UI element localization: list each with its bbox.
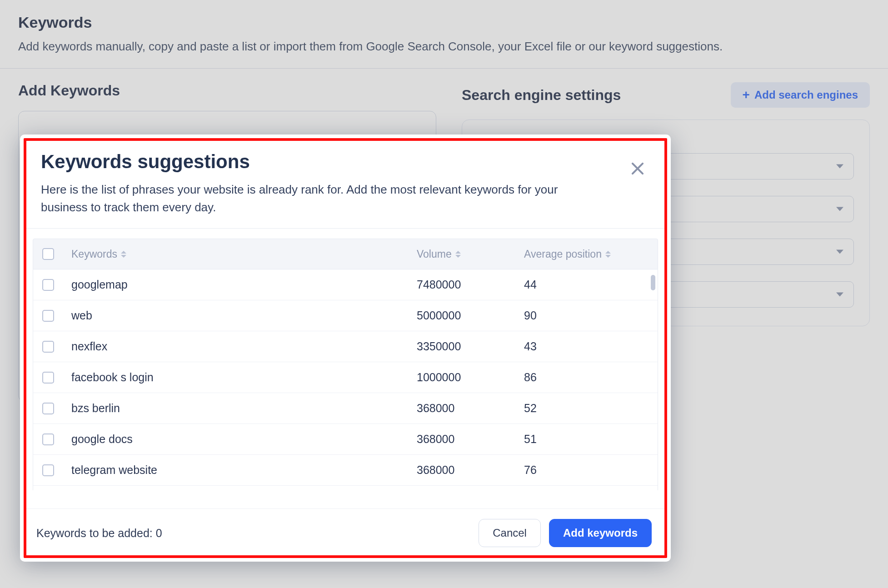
- add-keywords-heading: Add Keywords: [18, 82, 120, 99]
- modal-footer: Keywords to be added: 0 Cancel Add keywo…: [26, 508, 664, 555]
- row-checkbox[interactable]: [42, 464, 54, 476]
- cell-avg-position: 90: [524, 309, 649, 322]
- table-header: Keywords Volume Average position: [33, 239, 658, 269]
- table-row: nexflex335000043: [33, 331, 658, 362]
- plus-icon: +: [743, 89, 750, 101]
- column-keywords-label: Keywords: [71, 248, 117, 260]
- cell-keyword: google docs: [71, 433, 417, 446]
- sort-icon: [455, 251, 461, 258]
- to-be-added-label: Keywords to be added:: [36, 527, 156, 539]
- cell-keyword: facebook s login: [71, 371, 417, 384]
- suggestions-table: Keywords Volume Average position googlem…: [26, 239, 664, 508]
- cell-volume: 7480000: [417, 278, 524, 291]
- cell-keyword: web: [71, 309, 417, 322]
- close-icon[interactable]: [629, 160, 646, 177]
- cell-volume: 5000000: [417, 309, 524, 322]
- row-checkbox[interactable]: [42, 372, 54, 384]
- keywords-suggestions-modal: Keywords suggestions Here is the list of…: [20, 135, 671, 562]
- column-volume[interactable]: Volume: [417, 248, 524, 260]
- row-checkbox[interactable]: [42, 341, 54, 353]
- keywords-to-be-added: Keywords to be added: 0: [36, 527, 162, 540]
- page-title: Keywords: [18, 14, 870, 31]
- row-checkbox[interactable]: [42, 310, 54, 322]
- column-keywords[interactable]: Keywords: [71, 248, 417, 260]
- cell-keyword: googlemap: [71, 278, 417, 291]
- table-row: web500000090: [33, 300, 658, 331]
- add-keywords-button[interactable]: Add keywords: [549, 519, 652, 547]
- sort-icon: [121, 251, 126, 258]
- cell-avg-position: 44: [524, 278, 649, 291]
- cell-avg-position: 51: [524, 433, 649, 446]
- table-row: google docs36800051: [33, 424, 658, 455]
- page-subtitle: Add keywords manually, copy and paste a …: [18, 38, 870, 55]
- cell-keyword: bzs berlin: [71, 402, 417, 415]
- column-volume-label: Volume: [417, 248, 452, 260]
- column-avg-position-label: Average position: [524, 248, 602, 260]
- cell-volume: 368000: [417, 433, 524, 446]
- cell-avg-position: 86: [524, 371, 649, 384]
- cancel-button[interactable]: Cancel: [479, 519, 541, 547]
- sort-icon: [605, 251, 611, 258]
- row-checkbox[interactable]: [42, 403, 54, 414]
- row-checkbox[interactable]: [42, 279, 54, 291]
- modal-title: Keywords suggestions: [41, 151, 650, 173]
- scrollbar-thumb[interactable]: [651, 275, 655, 290]
- add-search-engines-label: Add search engines: [754, 89, 858, 101]
- add-search-engines-button[interactable]: + Add search engines: [731, 82, 870, 108]
- table-row: bzs berlin36800052: [33, 393, 658, 424]
- cell-avg-position: 76: [524, 463, 649, 477]
- column-avg-position[interactable]: Average position: [524, 248, 649, 260]
- cell-keyword: telegram website: [71, 463, 417, 477]
- cell-volume: 3350000: [417, 340, 524, 353]
- row-checkbox[interactable]: [42, 434, 54, 445]
- cell-keyword: nexflex: [71, 340, 417, 353]
- table-row: googlemap748000044: [33, 269, 658, 300]
- search-engine-settings-heading: Search engine settings: [462, 87, 621, 104]
- cell-volume: 1000000: [417, 371, 524, 384]
- select-all-checkbox[interactable]: [42, 248, 54, 260]
- modal-divider: [26, 228, 664, 229]
- to-be-added-count: 0: [156, 527, 162, 539]
- divider: [0, 68, 888, 69]
- table-body: googlemap748000044web500000090nexflex335…: [33, 269, 658, 490]
- table-row: facebook s login100000086: [33, 362, 658, 393]
- cell-volume: 368000: [417, 463, 524, 477]
- cell-volume: 368000: [417, 402, 524, 415]
- table-row: telegram website36800076: [33, 455, 658, 486]
- cell-avg-position: 43: [524, 340, 649, 353]
- cell-avg-position: 52: [524, 402, 649, 415]
- modal-subtitle: Here is the list of phrases your website…: [41, 181, 595, 216]
